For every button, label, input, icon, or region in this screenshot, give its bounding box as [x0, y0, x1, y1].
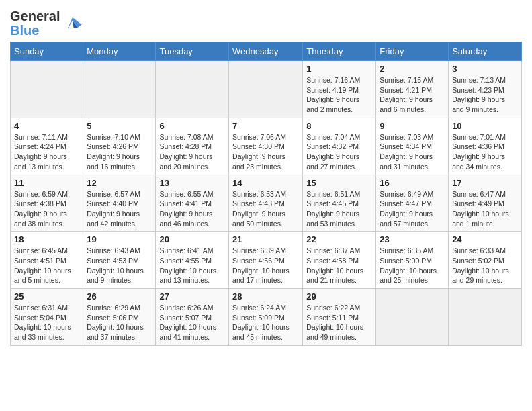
day-info: Sunrise: 6:31 AM Sunset: 5:04 PM Dayligh…	[14, 303, 79, 342]
day-number: 7	[232, 121, 299, 131]
day-info: Sunrise: 6:22 AM Sunset: 5:11 PM Dayligh…	[306, 303, 372, 342]
day-number: 9	[380, 121, 445, 131]
day-number: 16	[380, 178, 445, 188]
day-cell: 28Sunrise: 6:24 AM Sunset: 5:09 PM Dayli…	[229, 289, 303, 346]
day-info: Sunrise: 6:55 AM Sunset: 4:41 PM Dayligh…	[159, 189, 225, 229]
weekday-header-row: SundayMondayTuesdayWednesdayThursdayFrid…	[11, 42, 522, 61]
day-cell: 20Sunrise: 6:41 AM Sunset: 4:55 PM Dayli…	[156, 232, 229, 289]
day-cell: 3Sunrise: 7:13 AM Sunset: 4:23 PM Daylig…	[449, 61, 522, 118]
day-number: 21	[232, 234, 299, 244]
day-cell: 5Sunrise: 7:10 AM Sunset: 4:26 PM Daylig…	[83, 118, 156, 175]
day-info: Sunrise: 7:04 AM Sunset: 4:32 PM Dayligh…	[306, 132, 372, 172]
day-info: Sunrise: 7:06 AM Sunset: 4:30 PM Dayligh…	[232, 132, 299, 172]
day-number: 22	[306, 234, 372, 244]
day-info: Sunrise: 6:26 AM Sunset: 5:07 PM Dayligh…	[159, 303, 225, 342]
day-info: Sunrise: 7:15 AM Sunset: 4:21 PM Dayligh…	[380, 75, 445, 115]
day-info: Sunrise: 7:03 AM Sunset: 4:34 PM Dayligh…	[380, 132, 445, 172]
day-cell: 22Sunrise: 6:37 AM Sunset: 4:58 PM Dayli…	[303, 232, 376, 289]
day-cell: 14Sunrise: 6:53 AM Sunset: 4:43 PM Dayli…	[229, 175, 303, 232]
day-number: 19	[87, 234, 152, 244]
day-number: 1	[306, 64, 372, 74]
day-cell: 12Sunrise: 6:57 AM Sunset: 4:40 PM Dayli…	[83, 175, 156, 232]
day-cell	[156, 61, 229, 118]
week-row-5: 25Sunrise: 6:31 AM Sunset: 5:04 PM Dayli…	[11, 289, 522, 346]
day-cell: 10Sunrise: 7:01 AM Sunset: 4:36 PM Dayli…	[449, 118, 522, 175]
day-cell: 8Sunrise: 7:04 AM Sunset: 4:32 PM Daylig…	[303, 118, 376, 175]
logo-line2: Blue	[10, 24, 60, 38]
day-cell: 17Sunrise: 6:47 AM Sunset: 4:49 PM Dayli…	[449, 175, 522, 232]
day-number: 5	[87, 121, 152, 131]
day-cell: 25Sunrise: 6:31 AM Sunset: 5:04 PM Dayli…	[11, 289, 83, 346]
day-info: Sunrise: 6:33 AM Sunset: 5:02 PM Dayligh…	[452, 246, 518, 285]
day-info: Sunrise: 6:47 AM Sunset: 4:49 PM Dayligh…	[452, 189, 518, 229]
day-cell: 19Sunrise: 6:43 AM Sunset: 4:53 PM Dayli…	[83, 232, 156, 289]
weekday-header-thursday: Thursday	[303, 42, 376, 61]
day-info: Sunrise: 6:45 AM Sunset: 4:51 PM Dayligh…	[14, 246, 79, 285]
day-number: 12	[87, 178, 152, 188]
day-cell: 2Sunrise: 7:15 AM Sunset: 4:21 PM Daylig…	[376, 61, 449, 118]
day-number: 13	[159, 178, 225, 188]
weekday-header-wednesday: Wednesday	[229, 42, 303, 61]
day-number: 17	[452, 178, 518, 188]
day-cell: 26Sunrise: 6:29 AM Sunset: 5:06 PM Dayli…	[83, 289, 156, 346]
day-info: Sunrise: 6:29 AM Sunset: 5:06 PM Dayligh…	[87, 303, 152, 342]
day-cell: 7Sunrise: 7:06 AM Sunset: 4:30 PM Daylig…	[229, 118, 303, 175]
header: General Blue	[10, 7, 522, 38]
day-cell: 21Sunrise: 6:39 AM Sunset: 4:56 PM Dayli…	[229, 232, 303, 289]
day-cell: 18Sunrise: 6:45 AM Sunset: 4:51 PM Dayli…	[11, 232, 83, 289]
day-number: 2	[380, 64, 445, 74]
day-info: Sunrise: 6:51 AM Sunset: 4:45 PM Dayligh…	[306, 189, 372, 229]
day-info: Sunrise: 7:13 AM Sunset: 4:23 PM Dayligh…	[452, 75, 518, 115]
day-cell: 16Sunrise: 6:49 AM Sunset: 4:47 PM Dayli…	[376, 175, 449, 232]
day-info: Sunrise: 6:39 AM Sunset: 4:56 PM Dayligh…	[232, 246, 299, 285]
day-info: Sunrise: 7:01 AM Sunset: 4:36 PM Dayligh…	[452, 132, 518, 172]
day-cell: 11Sunrise: 6:59 AM Sunset: 4:38 PM Dayli…	[11, 175, 83, 232]
day-info: Sunrise: 7:16 AM Sunset: 4:19 PM Dayligh…	[306, 75, 372, 115]
logo: General Blue	[10, 9, 83, 38]
day-number: 28	[232, 291, 299, 302]
day-number: 24	[452, 234, 518, 244]
weekday-header-sunday: Sunday	[11, 42, 83, 61]
day-info: Sunrise: 6:35 AM Sunset: 5:00 PM Dayligh…	[380, 246, 445, 285]
logo-line1: General	[10, 9, 60, 24]
calendar-table: SundayMondayTuesdayWednesdayThursdayFrid…	[10, 42, 522, 346]
logo-text: General Blue	[10, 9, 83, 38]
day-number: 4	[14, 121, 79, 131]
day-number: 25	[14, 291, 79, 302]
day-info: Sunrise: 6:41 AM Sunset: 4:55 PM Dayligh…	[159, 246, 225, 285]
day-info: Sunrise: 6:53 AM Sunset: 4:43 PM Dayligh…	[232, 189, 299, 229]
day-cell: 4Sunrise: 7:11 AM Sunset: 4:24 PM Daylig…	[11, 118, 83, 175]
day-cell: 13Sunrise: 6:55 AM Sunset: 4:41 PM Dayli…	[156, 175, 229, 232]
day-info: Sunrise: 6:57 AM Sunset: 4:40 PM Dayligh…	[87, 189, 152, 229]
week-row-3: 11Sunrise: 6:59 AM Sunset: 4:38 PM Dayli…	[11, 175, 522, 232]
day-number: 11	[14, 178, 79, 188]
weekday-header-tuesday: Tuesday	[156, 42, 229, 61]
day-cell	[229, 61, 303, 118]
day-cell	[449, 289, 522, 346]
day-info: Sunrise: 7:11 AM Sunset: 4:24 PM Dayligh…	[14, 132, 79, 172]
logo-icon	[62, 13, 83, 34]
week-row-1: 1Sunrise: 7:16 AM Sunset: 4:19 PM Daylig…	[11, 61, 522, 118]
day-number: 29	[306, 291, 372, 302]
day-number: 26	[87, 291, 152, 302]
day-cell: 15Sunrise: 6:51 AM Sunset: 4:45 PM Dayli…	[303, 175, 376, 232]
day-info: Sunrise: 6:59 AM Sunset: 4:38 PM Dayligh…	[14, 189, 79, 229]
day-cell	[11, 61, 83, 118]
day-cell: 24Sunrise: 6:33 AM Sunset: 5:02 PM Dayli…	[449, 232, 522, 289]
page: General Blue SundayMondayTuesdayWednesda…	[0, 0, 532, 353]
day-number: 20	[159, 234, 225, 244]
day-number: 8	[306, 121, 372, 131]
day-number: 27	[159, 291, 225, 302]
day-number: 6	[159, 121, 225, 131]
day-info: Sunrise: 6:37 AM Sunset: 4:58 PM Dayligh…	[306, 246, 372, 285]
day-cell	[83, 61, 156, 118]
day-info: Sunrise: 6:24 AM Sunset: 5:09 PM Dayligh…	[232, 303, 299, 342]
day-cell: 29Sunrise: 6:22 AM Sunset: 5:11 PM Dayli…	[303, 289, 376, 346]
day-number: 3	[452, 64, 518, 74]
day-number: 14	[232, 178, 299, 188]
day-cell: 6Sunrise: 7:08 AM Sunset: 4:28 PM Daylig…	[156, 118, 229, 175]
weekday-header-saturday: Saturday	[449, 42, 522, 61]
day-info: Sunrise: 7:10 AM Sunset: 4:26 PM Dayligh…	[87, 132, 152, 172]
day-info: Sunrise: 6:43 AM Sunset: 4:53 PM Dayligh…	[87, 246, 152, 285]
day-cell: 27Sunrise: 6:26 AM Sunset: 5:07 PM Dayli…	[156, 289, 229, 346]
